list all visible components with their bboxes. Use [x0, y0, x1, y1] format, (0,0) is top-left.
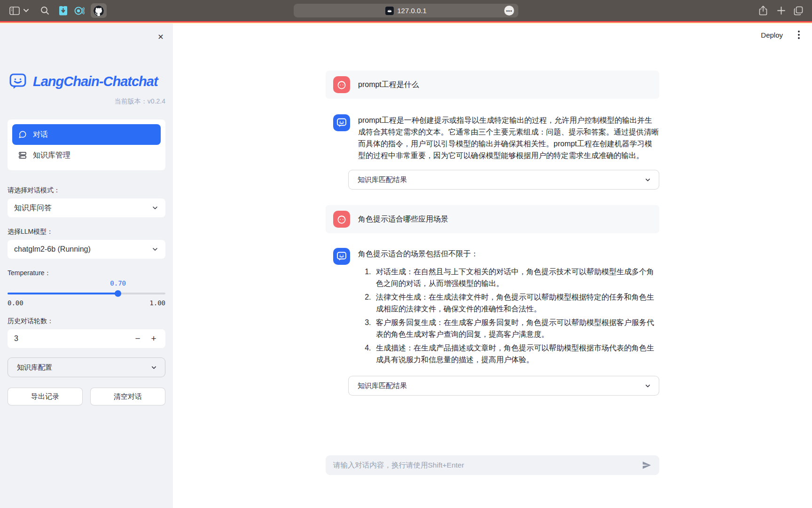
slider-min: 0.00 [8, 299, 23, 307]
increment-button[interactable]: + [146, 331, 162, 347]
user-message: prompt工程是什么 [326, 71, 659, 99]
nav-item-label: 对话 [33, 130, 48, 140]
decrement-button[interactable]: − [130, 331, 146, 347]
send-icon[interactable] [640, 459, 653, 471]
extension-bookmark-icon[interactable] [57, 0, 69, 21]
user-avatar-icon [333, 76, 350, 93]
site-favicon [385, 7, 394, 15]
kb-match-label: 知识库匹配结果 [358, 381, 644, 390]
sidebar: ✕ LangChain-Chatchat 当前版本：v0.2.4 对话 知 [0, 24, 173, 508]
browser-toolbar: 127.0.0.1 ••• [0, 0, 812, 21]
list-item: 客户服务回复生成：在生成客户服务回复时，角色提示可以帮助模型根据客户服务代表的角… [373, 317, 659, 340]
llm-model-label: 选择LLM模型： [8, 228, 165, 236]
chevron-down-icon [644, 176, 651, 183]
kb-config-label: 知识库配置 [17, 363, 150, 372]
chat-input-placeholder: 请输入对话内容，换行请使用Shift+Enter [333, 460, 640, 470]
slider-max: 1.00 [149, 299, 165, 307]
github-tab-icon[interactable] [91, 3, 107, 18]
temperature-value: 0.70 [108, 279, 128, 287]
history-rounds-label: 历史对话轮数： [8, 317, 165, 325]
kebab-menu-icon[interactable] [793, 29, 804, 40]
dialogue-mode-label: 请选择对话模式： [8, 186, 165, 195]
share-icon[interactable] [757, 0, 769, 21]
kb-match-expander[interactable]: 知识库匹配结果 [348, 170, 659, 190]
list-item: 法律文件生成：在生成法律文件时，角色提示可以帮助模型根据特定的任务和角色生成相应… [373, 291, 659, 315]
assistant-message: 角色提示适合的场景包括但不限于： 对话生成：在自然且与上下文相关的对话中，角色提… [326, 248, 659, 367]
clear-dialogue-button[interactable]: 清空对话 [90, 388, 165, 405]
search-icon[interactable] [39, 0, 50, 21]
tab-overview-icon[interactable] [792, 0, 804, 21]
assistant-message-list: 对话生成：在自然且与上下文相关的对话中，角色提示技术可以帮助模型生成多个角色之间… [358, 266, 659, 365]
deploy-button[interactable]: Deploy [761, 31, 783, 39]
dialogue-mode-value: 知识库问答 [14, 203, 151, 213]
kb-config-expander[interactable]: 知识库配置 [8, 357, 165, 377]
kb-match-expander[interactable]: 知识库匹配结果 [348, 376, 659, 396]
url-text: 127.0.0.1 [397, 7, 427, 15]
history-rounds-value: 3 [14, 334, 130, 343]
sidebar-close-icon[interactable]: ✕ [155, 31, 166, 42]
chat-history: prompt工程是什么 prompt工程是一种创建提示或指导以生成特定输出的过程… [326, 71, 659, 396]
sidebar-toggle-icon[interactable] [8, 0, 21, 21]
dialogue-mode-select[interactable]: 知识库问答 [8, 198, 165, 217]
chevron-down-icon[interactable] [23, 0, 29, 21]
llm-model-value: chatglm2-6b (Running) [14, 245, 151, 254]
slider-thumb[interactable] [115, 290, 121, 297]
temperature-label: Temperature： [8, 269, 165, 278]
nav-item-dialogue[interactable]: 对话 [12, 124, 161, 145]
kb-match-label: 知识库匹配结果 [358, 175, 644, 184]
chevron-down-icon [150, 364, 157, 371]
version-text: 当前版本：v0.2.4 [8, 97, 165, 106]
export-records-button[interactable]: 导出记录 [8, 388, 83, 405]
assistant-message-text: prompt工程是一种创建提示或指导以生成特定输出的过程，允许用户控制模型的输出… [358, 114, 659, 161]
logo-chat-smiley-icon [8, 72, 28, 91]
nav-menu: 对话 知识库管理 [8, 119, 165, 170]
chevron-down-icon [151, 204, 159, 212]
list-item: 对话生成：在自然且与上下文相关的对话中，角色提示技术可以帮助模型生成多个角色之间… [373, 266, 659, 289]
user-message-text: 角色提示适合哪些应用场景 [358, 214, 448, 224]
page-menu-ellipsis-icon[interactable]: ••• [504, 6, 514, 16]
chevron-down-icon [644, 382, 651, 389]
temperature-slider: 0.70 0.00 1.00 [8, 279, 165, 306]
assistant-message: prompt工程是一种创建提示或指导以生成特定输出的过程，允许用户控制模型的输出… [326, 114, 659, 161]
extension-circle-icon[interactable] [74, 0, 85, 21]
assistant-message-intro: 角色提示适合的场景包括但不限于： [358, 248, 659, 260]
chat-bubble-icon [18, 130, 27, 139]
slider-track[interactable] [8, 293, 165, 294]
user-avatar-icon [333, 211, 350, 228]
user-message-text: prompt工程是什么 [358, 80, 419, 90]
assistant-avatar-icon [333, 114, 350, 131]
history-rounds-input[interactable]: 3 − + [8, 329, 165, 348]
main-area: Deploy prompt工程是什么 [173, 24, 812, 508]
nav-item-label: 知识库管理 [33, 151, 70, 160]
assistant-avatar-icon [333, 248, 350, 265]
llm-model-select[interactable]: chatglm2-6b (Running) [8, 240, 165, 259]
database-icon [18, 151, 27, 159]
address-bar[interactable]: 127.0.0.1 ••• [294, 4, 518, 17]
nav-item-knowledge-base[interactable]: 知识库管理 [12, 145, 161, 166]
logo-text: LangChain-Chatchat [33, 74, 158, 89]
list-item: 生成描述：在生成产品描述或文章时，角色提示可以帮助模型根据市场代表的角色生成具有… [373, 342, 659, 365]
new-tab-plus-icon[interactable] [775, 0, 787, 21]
chat-input[interactable]: 请输入对话内容，换行请使用Shift+Enter [326, 455, 659, 475]
app-logo: LangChain-Chatchat [8, 72, 165, 91]
slider-fill [8, 293, 118, 294]
user-message: 角色提示适合哪些应用场景 [326, 205, 659, 233]
chevron-down-icon [151, 246, 159, 253]
